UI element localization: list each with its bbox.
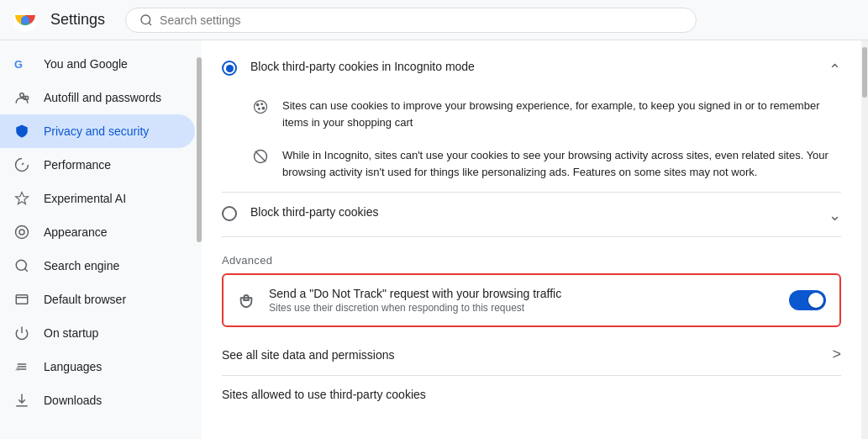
- content-scrollbar[interactable]: [861, 40, 868, 439]
- sites-allowed-row[interactable]: Sites allowed to use third-party cookies: [222, 376, 841, 413]
- sidebar-item-autofill[interactable]: Autofill and passwords: [0, 81, 195, 114]
- subitem-incognito-info: While in Incognito, sites can't use your…: [252, 139, 841, 188]
- svg-point-10: [16, 226, 29, 239]
- sidebar-item-you-and-google[interactable]: G You and Google: [0, 47, 195, 81]
- dnt-row[interactable]: Send a "Do Not Track" request with your …: [222, 273, 841, 327]
- see-all-data-label: See all site data and permissions: [222, 348, 832, 362]
- dnt-toggle[interactable]: [789, 290, 826, 310]
- sidebar-label-appearance: Appearance: [44, 225, 108, 239]
- content-scrollbar-thumb: [862, 47, 867, 98]
- cookie-option-incognito[interactable]: Block third-party cookies in Incognito m…: [222, 47, 841, 86]
- performance-icon: [13, 156, 30, 173]
- chrome-logo: [13, 8, 37, 32]
- sidebar-label-performance: Performance: [44, 158, 111, 172]
- incognito-subitems: Sites can use cookies to improve your br…: [222, 86, 841, 193]
- dnt-icon: [237, 291, 255, 309]
- svg-text:G: G: [14, 58, 23, 71]
- svg-point-22: [262, 107, 265, 109]
- header: Settings: [0, 0, 868, 40]
- subitem-cookies-text: Sites can use cookies to improve your br…: [282, 98, 841, 130]
- content-area: Block third-party cookies in Incognito m…: [202, 40, 861, 439]
- sidebar-item-search-engine[interactable]: Search engine: [0, 249, 195, 283]
- search-bar[interactable]: [125, 8, 697, 33]
- sidebar-item-privacy-security[interactable]: Privacy and security: [0, 114, 195, 148]
- svg-point-6: [20, 93, 24, 98]
- startup-icon: [13, 325, 30, 341]
- languages-icon: A: [13, 358, 30, 375]
- sidebar-label-privacy: Privacy and security: [44, 124, 149, 138]
- sidebar-label-default-browser: Default browser: [44, 293, 126, 306]
- sidebar-label-downloads: Downloads: [44, 394, 102, 407]
- ai-icon: [13, 190, 30, 207]
- sidebar-label-on-startup: On startup: [44, 326, 98, 340]
- svg-text:A: A: [16, 367, 19, 372]
- subitem-incognito-text: While in Incognito, sites can't use your…: [282, 147, 841, 180]
- sidebar-item-experimental-ai[interactable]: Experimental AI: [0, 182, 195, 215]
- autofill-icon: [13, 89, 30, 106]
- search-input[interactable]: [160, 13, 682, 27]
- appearance-icon: [13, 224, 30, 241]
- svg-line-25: [255, 151, 266, 162]
- dnt-subtitle: Sites use their discretion when respondi…: [269, 302, 776, 314]
- google-icon: G: [13, 56, 30, 72]
- advanced-section-label: Advanced: [222, 241, 841, 273]
- sidebar-item-performance[interactable]: Performance: [0, 148, 195, 182]
- incognito-option-label: Block third-party cookies in Incognito m…: [250, 60, 475, 73]
- sidebar-label-autofill: Autofill and passwords: [44, 91, 161, 104]
- sidebar-item-appearance[interactable]: Appearance: [0, 215, 195, 249]
- cookie-option-block-all[interactable]: Block third-party cookies ⌄: [222, 193, 841, 237]
- browser-icon: [13, 291, 30, 308]
- radio-block-all[interactable]: [222, 206, 237, 221]
- chevron-up-icon[interactable]: ⌃: [829, 61, 841, 79]
- sites-allowed-label: Sites allowed to use third-party cookies: [222, 388, 841, 401]
- dnt-title: Send a "Do Not Track" request with your …: [269, 287, 776, 300]
- sidebar: G You and Google Autofill and passwords …: [0, 40, 202, 439]
- downloads-icon: [13, 392, 30, 409]
- svg-line-4: [149, 23, 151, 25]
- svg-marker-9: [16, 193, 29, 204]
- main-layout: G You and Google Autofill and passwords …: [0, 40, 868, 439]
- incognito-option-content: Block third-party cookies in Incognito m…: [250, 59, 815, 76]
- subitem-cookies-info: Sites can use cookies to improve your br…: [252, 89, 841, 139]
- search-engine-icon: [13, 257, 30, 274]
- sidebar-label-you-and-google: You and Google: [44, 57, 128, 71]
- svg-point-3: [141, 15, 150, 24]
- svg-point-21: [261, 103, 263, 105]
- search-icon: [139, 13, 153, 27]
- svg-point-19: [255, 101, 267, 114]
- sidebar-item-default-browser[interactable]: Default browser: [0, 283, 195, 316]
- cookie-icon: [252, 98, 269, 115]
- sidebar-label-search-engine: Search engine: [44, 259, 119, 272]
- svg-point-11: [19, 230, 24, 235]
- radio-incognito[interactable]: [222, 61, 237, 76]
- page-title: Settings: [50, 11, 105, 29]
- dnt-content: Send a "Do Not Track" request with your …: [269, 287, 776, 314]
- block-all-option-label: Block third-party cookies: [250, 205, 379, 219]
- svg-point-2: [21, 16, 29, 24]
- sidebar-item-languages[interactable]: A Languages: [0, 350, 195, 383]
- svg-point-23: [259, 108, 260, 110]
- svg-line-13: [24, 268, 27, 271]
- content-inner: Block third-party cookies in Incognito m…: [202, 40, 861, 433]
- chevron-down-icon[interactable]: ⌄: [829, 206, 841, 225]
- sidebar-item-on-startup[interactable]: On startup: [0, 316, 195, 350]
- see-all-data-row[interactable]: See all site data and permissions >: [222, 334, 841, 376]
- nav-arrow-icon: >: [832, 346, 841, 363]
- svg-point-20: [256, 103, 259, 106]
- sidebar-label-ai: Experimental AI: [44, 192, 126, 205]
- block-icon: [252, 148, 269, 165]
- sidebar-label-languages: Languages: [44, 360, 102, 373]
- block-all-option-content: Block third-party cookies: [250, 204, 815, 221]
- shield-icon: [13, 123, 30, 140]
- sidebar-item-downloads[interactable]: Downloads: [0, 383, 195, 417]
- svg-rect-14: [16, 295, 28, 304]
- svg-point-12: [16, 260, 26, 270]
